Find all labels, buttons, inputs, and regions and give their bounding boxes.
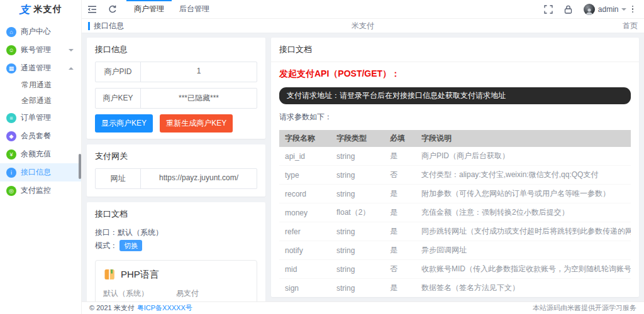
table-cell: type <box>279 166 331 185</box>
sidebar-item-label: 账号管理 <box>21 45 51 55</box>
kebab-menu-icon[interactable] <box>626 6 640 13</box>
sidebar-item-account-manage[interactable]: ☺账号管理 <box>0 41 81 59</box>
breadcrumb-bar: 接口信息 米支付 首页 <box>82 19 644 33</box>
sidebar-item-merchant-center[interactable]: ⌂商户中心 <box>0 23 81 41</box>
sidebar-item-order-manage[interactable]: ≡订单管理 <box>0 109 81 127</box>
table-cell: string <box>331 185 384 203</box>
footer-note: 本站源码由米酱提供开源学习服务 <box>533 303 636 313</box>
table-cell: 支付类型：alipay:支付宝,weixin:微信支付,qq:QQ支付 <box>416 166 631 185</box>
page-center-title: 米支付 <box>82 21 644 31</box>
icp-link[interactable]: 粤ICP备XXXXX号 <box>137 303 192 313</box>
sidebar-scrollbar[interactable] <box>79 154 81 179</box>
form-row-key: 商户KEY ***已隐藏*** <box>95 88 257 109</box>
table-row: referstring是同步跳转网址（支付成功或支付超时后将跳转到此参数传递的网… <box>279 222 631 241</box>
table-row: notifystring是异步回调网址 <box>279 241 631 260</box>
table-row: recordstring是附加参数（可传入您网站的订单号或用户名等唯一参数） <box>279 185 631 203</box>
card-title: 接口信息 <box>95 44 257 55</box>
card-title: 支付网关 <box>95 151 257 162</box>
card-title: 接口文档 <box>279 44 631 55</box>
home-link[interactable]: 首页 <box>623 21 638 31</box>
sdk-download-label: 默认（系统） <box>103 288 176 299</box>
sidebar-subitem[interactable]: 全部通道 <box>0 93 81 109</box>
regenerate-key-button[interactable]: 重新生成商户KEY <box>160 114 233 133</box>
coin-icon: ¥ <box>6 149 16 160</box>
left-column: 接口信息 商户PID 1 商户KEY ***已隐藏*** 显示商户KEY 重新生… <box>87 38 265 297</box>
table-cell: 是 <box>384 147 416 166</box>
lock-icon[interactable] <box>558 0 578 18</box>
app-title: 米支付 <box>34 4 62 15</box>
table-cell: string <box>331 147 384 166</box>
chevron-up-icon <box>69 67 74 70</box>
interface-line: 接口：默认（系统） <box>95 226 257 239</box>
column-header: 字段名称 <box>279 130 331 147</box>
table-cell: string <box>331 222 384 241</box>
pay-logo-icon: 支 <box>19 3 30 17</box>
table-cell: 异步回调网址 <box>416 241 631 260</box>
gateway-card: 支付网关 网址 https://payz.juyunt.com/ <box>87 144 265 197</box>
request-params-table: 字段名称字段类型必填字段说明api_idstring是商户PID（商户后台获取）… <box>279 130 631 297</box>
user-menu[interactable]: admin <box>598 5 626 14</box>
table-cell: 是 <box>384 185 416 203</box>
user-icon: ☺ <box>6 45 16 55</box>
tab-merchant-manage[interactable]: 商户管理 <box>126 0 172 18</box>
card-title: 接口文档 <box>95 208 257 220</box>
table-row: typestring否支付类型：alipay:支付宝,weixin:微信支付,q… <box>279 166 631 185</box>
form-row-pid: 商户PID 1 <box>95 62 257 82</box>
table-cell: 同步跳转网址（支付成功或支付超时后将跳转到此参数传递的网址） <box>416 222 631 241</box>
table-cell: 否 <box>384 260 416 279</box>
table-cell: refer <box>279 222 331 241</box>
table-cell: string <box>331 279 384 298</box>
table-row: signstring是数据签名（签名方法见下文） <box>279 279 631 298</box>
refresh-icon[interactable] <box>103 0 123 18</box>
table-cell: 是 <box>384 241 416 260</box>
tab-backend-manage[interactable]: 后台管理 <box>172 0 217 18</box>
user-avatar[interactable] <box>584 4 595 15</box>
table-row: api_idstring是商户PID（商户后台获取） <box>279 147 631 166</box>
show-key-button[interactable]: 显示商户KEY <box>95 114 153 133</box>
sidebar-item-label: 会员套餐 <box>21 131 51 141</box>
mode-switch-badge[interactable]: 切换 <box>119 240 142 251</box>
table-cell: string <box>331 241 384 260</box>
sidebar: 支 米支付 ⌂商户中心☺账号管理▦通道管理常用通道全部通道≡订单管理◆会员套餐¥… <box>0 0 82 314</box>
table-cell: notify <box>279 241 331 260</box>
table-cell: 是 <box>384 222 416 241</box>
sidebar-item-label: 通道管理 <box>21 63 51 73</box>
sidebar-item-member-package[interactable]: ◆会员套餐 <box>0 127 81 145</box>
section-heading-pay-api: 发起支付API（POST/GET）： <box>279 68 631 80</box>
column-header: 字段类型 <box>331 130 384 147</box>
sidebar-fold-icon[interactable] <box>82 0 103 18</box>
copyright-text: © 2021 米支付 <box>89 303 135 313</box>
grid-icon: ▦ <box>6 63 16 73</box>
list-icon: ≡ <box>6 113 16 123</box>
fullscreen-icon[interactable] <box>538 0 558 18</box>
sidebar-item-label: 余额充值 <box>21 149 51 160</box>
column-header: 必填 <box>384 130 416 147</box>
merchant-key-value: ***已隐藏*** <box>141 89 257 108</box>
table-cell: string <box>331 166 384 185</box>
api-info-card: 接口信息 商户PID 1 商户KEY ***已隐藏*** 显示商户KEY 重新生… <box>87 38 265 139</box>
mode-label: 模式： <box>95 241 118 250</box>
column-header: 字段说明 <box>416 130 631 147</box>
sidebar-item-channel-manage[interactable]: ▦通道管理 <box>0 59 81 77</box>
table-row: midstring否收款账号MID（传入此参数指定收款账号，为空则随机轮询账号） <box>279 260 631 279</box>
right-column: 接口文档 发起支付API（POST/GET）： 支付请求地址：请登录平台后在对接… <box>271 38 639 297</box>
field-label: 网址 <box>96 169 141 188</box>
api-doc-card: 接口文档 接口：默认（系统） 模式： 切换 PHP语言 默认（系统） <box>87 202 265 301</box>
table-cell: 商户PID（商户后台获取） <box>416 147 631 166</box>
table-cell: sign <box>279 279 331 298</box>
table-cell: api_id <box>279 147 331 166</box>
app-logo[interactable]: 支 米支付 <box>0 0 81 19</box>
sdk-header: PHP语言 <box>103 268 249 281</box>
sidebar-item-payment-monitor[interactable]: ◎支付监控 <box>0 181 81 200</box>
navbar-right: admin <box>538 0 644 18</box>
sdk-download-label: 易支付 <box>176 288 249 299</box>
sidebar-item-api-info[interactable]: i接口信息 <box>0 163 81 181</box>
table-cell: record <box>279 185 331 203</box>
form-row-url: 网址 https://payz.juyunt.com/ <box>95 168 257 189</box>
sidebar-item-balance-recharge[interactable]: ¥余额充值 <box>0 145 81 163</box>
info-icon: i <box>6 168 16 178</box>
table-cell: 收款账号MID（传入此参数指定收款账号，为空则随机轮询账号） <box>416 260 631 279</box>
sdk-title: PHP语言 <box>121 269 159 281</box>
table-cell: 否 <box>384 166 416 185</box>
sidebar-subitem[interactable]: 常用通道 <box>0 77 81 93</box>
